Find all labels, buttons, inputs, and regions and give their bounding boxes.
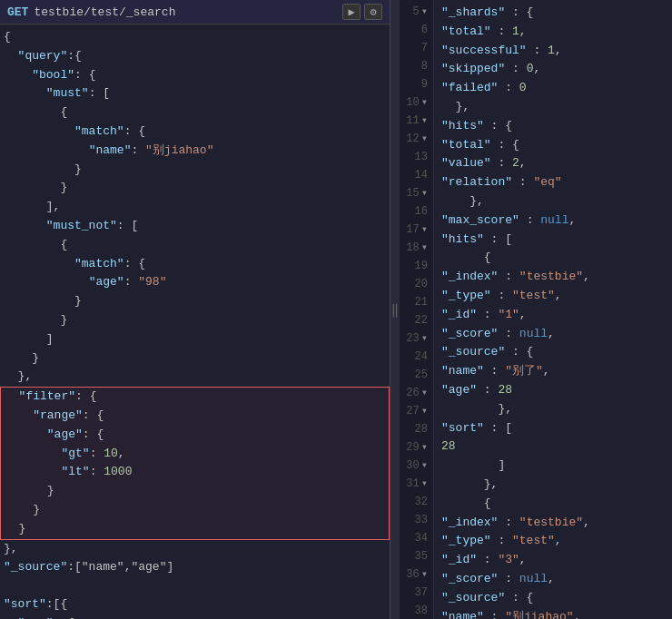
right-code-line: "_type" : "test", <box>434 287 672 306</box>
left-code-line: "match": { <box>0 123 390 142</box>
right-code-line: ] <box>434 457 672 476</box>
right-code-line: "total" : 1, <box>434 23 672 42</box>
right-code-line: "_index" : "testbie", <box>434 268 672 287</box>
left-code-line: "filter": { <box>0 387 390 407</box>
line-number: 37 <box>400 585 433 603</box>
right-code-line: "relation" : "eq" <box>434 173 672 192</box>
left-code-line: ], <box>0 198 390 217</box>
run-button[interactable]: ▶ <box>342 4 361 20</box>
line-number: 6 <box>400 22 433 40</box>
line-number: 19 <box>400 258 433 276</box>
http-method: GET <box>7 5 28 19</box>
line-number: 18 <box>400 240 433 258</box>
left-code-area[interactable]: { "query":{ "bool": { "must": [ { "match… <box>0 25 390 619</box>
line-number: 20 <box>400 276 433 294</box>
line-number: 15 <box>400 185 433 203</box>
right-code-line: "_source" : { <box>434 343 672 362</box>
line-number: 29 <box>400 439 433 457</box>
left-code-line <box>0 577 390 595</box>
line-number: 5 <box>400 4 433 22</box>
left-code-line: }, <box>0 540 390 559</box>
line-number: 32 <box>400 494 433 512</box>
left-code-line: } <box>0 501 390 520</box>
line-number: 25 <box>400 367 433 385</box>
right-panel: 5678910111213141516171819202122232425262… <box>400 0 672 619</box>
line-number: 11 <box>400 113 433 131</box>
line-number: 27 <box>400 403 433 421</box>
right-code-line: "max_score" : null, <box>434 211 672 231</box>
line-number: 17 <box>400 221 433 240</box>
request-url: testbie/test/_search <box>34 5 175 19</box>
right-code-line: "skipped" : 0, <box>434 60 672 79</box>
right-code-line: "failed" : 0 <box>434 79 672 98</box>
right-code-line: "_id" : "3", <box>434 551 672 570</box>
left-code-line: ] <box>0 330 390 349</box>
line-number: 28 <box>400 421 433 439</box>
right-code-line: "age" : 28 <box>434 381 672 400</box>
right-code-line: 28 <box>434 437 672 457</box>
left-code-line: } <box>0 292 390 311</box>
left-code-line: "range": { <box>0 407 390 426</box>
left-code-line: "lt": 1000 <box>0 463 390 482</box>
line-number: 38 <box>400 603 433 619</box>
right-code-line: "_type" : "test", <box>434 532 672 551</box>
left-code-line: "age": { <box>0 614 390 619</box>
right-code-line: "name" : "别jiahao", <box>434 608 672 620</box>
left-code-line: "_source":["name","age"] <box>0 558 390 577</box>
line-number: 7 <box>400 40 433 58</box>
right-code-line: "total" : { <box>434 136 672 155</box>
header-icons: ▶ ⚙ <box>342 4 382 20</box>
left-code-line: "gt": 10, <box>0 445 390 464</box>
left-code-line: { <box>0 236 390 255</box>
right-code-line: "successful" : 1, <box>434 42 672 61</box>
left-code-line: } <box>0 482 390 501</box>
right-code-line: "_index" : "testbie", <box>434 514 672 533</box>
header-bar: GET testbie/test/_search ▶ ⚙ <box>0 0 390 25</box>
line-number: 14 <box>400 167 433 185</box>
line-number: 22 <box>400 312 433 330</box>
right-code-line: "_score" : null, <box>434 325 672 344</box>
tools-button[interactable]: ⚙ <box>364 4 382 20</box>
left-code-line: } <box>0 179 390 198</box>
left-code-line: }, <box>0 368 390 387</box>
right-code-line: { <box>434 495 672 514</box>
left-code-line: } <box>0 520 390 540</box>
left-code-line: "name": "别jiahao" <box>0 142 390 161</box>
line-number: 31 <box>400 476 433 494</box>
left-code-line: "age": { <box>0 426 390 445</box>
line-number: 8 <box>400 58 433 76</box>
left-code-line: "bool": { <box>0 66 390 85</box>
line-number: 30 <box>400 457 433 476</box>
right-code-line: }, <box>434 98 672 117</box>
right-code-line: { <box>434 249 672 268</box>
right-code-line: "sort" : [ <box>434 419 672 438</box>
line-number: 10 <box>400 94 433 113</box>
left-code-line: "match": { <box>0 255 390 274</box>
panel-divider[interactable]: ‖ <box>390 0 400 619</box>
line-number: 24 <box>400 349 433 367</box>
line-number: 26 <box>400 385 433 403</box>
right-code-line: "_shards" : { <box>434 4 672 23</box>
left-code-line: } <box>0 349 390 368</box>
right-code-line: "hits" : { <box>434 117 672 136</box>
right-code-line: "_score" : null, <box>434 570 672 589</box>
line-number: 12 <box>400 131 433 149</box>
right-code-line: "_id" : "1", <box>434 306 672 325</box>
line-number: 16 <box>400 203 433 221</box>
right-code-line: }, <box>434 476 672 495</box>
right-code-line: "hits" : [ <box>434 231 672 250</box>
line-number: 36 <box>400 566 433 585</box>
line-number: 23 <box>400 330 433 349</box>
left-code-line: { <box>0 103 390 123</box>
line-number: 9 <box>400 76 433 94</box>
right-code-area[interactable]: "_shards" : { "total" : 1, "successful" … <box>434 0 672 619</box>
line-number: 35 <box>400 548 433 566</box>
line-number: 13 <box>400 149 433 167</box>
left-code-line: } <box>0 161 390 180</box>
left-code-line: } <box>0 311 390 330</box>
line-numbers: 5678910111213141516171819202122232425262… <box>400 0 434 619</box>
left-code-line: "must": [ <box>0 84 390 103</box>
right-code-line: }, <box>434 192 672 211</box>
right-code-line: }, <box>434 400 672 419</box>
left-code-line: "must_not": [ <box>0 217 390 236</box>
